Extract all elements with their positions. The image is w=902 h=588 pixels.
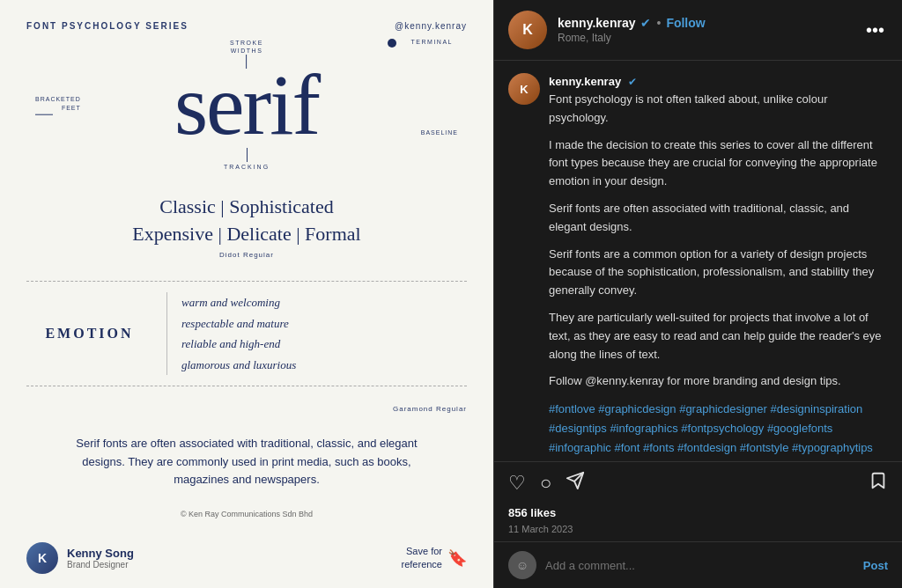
likes-section: 856 likes [494, 501, 902, 522]
bracketed-feet-label: BRACKETEDFEET [35, 95, 81, 115]
emotion-item-2: respectable and mature [181, 313, 296, 334]
caption-para-1: Font psychology is not often talked abou… [549, 91, 888, 128]
serif-word-container: BRACKETEDFEET serif BASELINE [26, 62, 467, 148]
caption-avatar: K [508, 73, 540, 105]
emotion-item-4: glamorous and luxurious [181, 355, 296, 375]
post-image-panel: FONT PSYCHOLOGY SERIES @kenny.kenray STR… [0, 0, 493, 588]
like-button[interactable]: ♡ [508, 472, 526, 495]
series-title: FONT PSYCHOLOGY SERIES [26, 21, 189, 31]
post-handle: @kenny.kenray [395, 21, 467, 31]
share-button[interactable] [566, 471, 585, 496]
caption-para-6: Follow @kenny.kenray for more branding a… [549, 372, 888, 391]
comment-bar: ☺ Post [494, 541, 902, 588]
profile-info: kenny.kenray ✔ • Follow Rome, Italy [558, 16, 862, 44]
char-line2: Expensive | Delicate | Formal [132, 221, 360, 248]
commenter-avatar: ☺ [508, 551, 536, 579]
comment-input[interactable] [545, 559, 854, 572]
garamond-label: Garamond Regular [26, 405, 467, 413]
serif-word: serif [174, 62, 319, 148]
profile-username: kenny.kenray [558, 16, 635, 30]
series-header: FONT PSYCHOLOGY SERIES @kenny.kenray [26, 21, 467, 31]
hashtags: #fontlove #graphicdesign #graphicdesigne… [549, 400, 888, 461]
poster-info: K Kenny Song Brand Designer [26, 542, 134, 574]
description-text: Serif fonts are often associated with tr… [70, 435, 423, 489]
profile-name-row: kenny.kenray ✔ • Follow [558, 16, 862, 30]
characteristics-section: Classic | Sophisticated Expensive | Deli… [132, 194, 360, 260]
stroke-widths-label: STROKEWIDTHS [230, 39, 263, 55]
smile-icon: ☺ [516, 558, 529, 572]
emotion-item-1: warm and welcoming [181, 292, 296, 312]
bookmark-icon: 🔖 [447, 548, 467, 568]
emotion-list: warm and welcoming respectable and matur… [181, 292, 296, 375]
save-label: Save forreference [402, 545, 442, 572]
terminal-dot [388, 39, 396, 48]
terminal-label: TERMINAL [411, 39, 453, 45]
poster-avatar: K [26, 542, 58, 574]
caption-content: kenny.kenray ✔ Font psychology is not of… [549, 73, 888, 461]
caption-para-3: Serif fonts are often associated with tr… [549, 200, 888, 237]
caption-verified-icon: ✔ [628, 76, 637, 88]
likes-count: 856 likes [508, 506, 556, 519]
profile-location: Rome, Italy [558, 32, 862, 44]
dot-separator: • [656, 16, 661, 30]
right-panel: K kenny.kenray ✔ • Follow Rome, Italy ••… [493, 0, 902, 588]
follow-button[interactable]: Follow [666, 16, 705, 30]
poster-title: Brand Designer [67, 560, 134, 570]
emotion-section: EMOTION warm and welcoming respectable a… [26, 281, 467, 386]
profile-header: K kenny.kenray ✔ • Follow Rome, Italy ••… [494, 0, 902, 61]
baseline-label: BASELINE [421, 129, 458, 136]
save-post-button[interactable] [869, 471, 888, 496]
caption-author-row: K kenny.kenray ✔ Font psychology is not … [508, 73, 888, 461]
more-options-button[interactable]: ••• [862, 20, 888, 40]
tracking-label: TRACKING [224, 164, 270, 170]
caption-para-2: I made the decision to create this serie… [549, 136, 888, 191]
caption-para-5: They are particularly well-suited for pr… [549, 309, 888, 364]
caption-paragraphs: Font psychology is not often talked abou… [549, 91, 888, 461]
serif-diagram: STROKEWIDTHS TERMINAL BRACKETEDFEET seri… [26, 39, 467, 170]
verified-icon: ✔ [640, 16, 651, 30]
caption-area[interactable]: K kenny.kenray ✔ Font psychology is not … [494, 61, 902, 461]
profile-avatar: K [508, 11, 547, 49]
emotion-item-3: reliable and high-end [181, 334, 296, 354]
poster-name: Kenny Song [67, 547, 134, 560]
caption-username: kenny.kenray [549, 75, 621, 88]
post-footer: K Kenny Song Brand Designer Save forrefe… [26, 542, 467, 574]
didot-label: Didot Regular [132, 251, 360, 259]
copyright: © Ken Ray Communications Sdn Bhd [181, 510, 313, 518]
emotion-label: EMOTION [26, 292, 167, 375]
actions-bar: ♡ ○ [494, 461, 902, 501]
post-date: 11 March 2023 [494, 522, 902, 541]
post-comment-button[interactable]: Post [863, 559, 888, 572]
app-container: FONT PSYCHOLOGY SERIES @kenny.kenray STR… [0, 0, 902, 588]
comment-button[interactable]: ○ [540, 472, 551, 495]
poster-details: Kenny Song Brand Designer [67, 547, 134, 570]
char-line1: Classic | Sophisticated [132, 194, 360, 221]
caption-para-4: Serif fonts are a common option for a va… [549, 246, 888, 300]
save-button[interactable]: Save forreference 🔖 [402, 545, 467, 572]
